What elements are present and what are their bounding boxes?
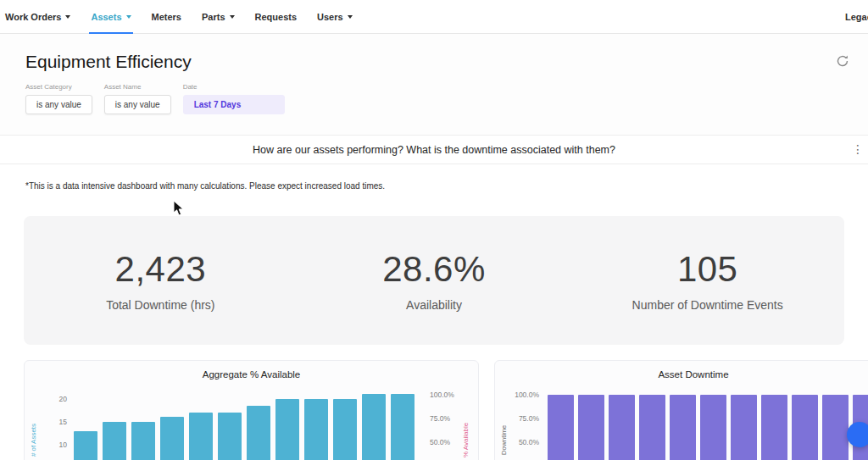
bar[interactable] <box>792 395 818 460</box>
axis-tick-label: 100.0% <box>515 391 539 399</box>
nav-tab-label: Legacy R <box>845 12 868 22</box>
chart-asset-downtime: Asset Downtime Downtime 100.0%75.0%50.0% <box>494 360 868 460</box>
kpi-value: 105 <box>570 249 844 290</box>
filter-bar: Asset Category is any value Asset Name i… <box>25 83 843 114</box>
bar[interactable] <box>761 395 787 460</box>
nav-tab-parts[interactable]: Parts <box>192 0 245 34</box>
axis-tick-label: 10 <box>59 441 67 449</box>
mouse-cursor <box>173 200 184 216</box>
nav-tab-label: Work Orders <box>5 12 61 22</box>
asset-category-filter-value[interactable]: is any value <box>25 95 92 114</box>
plot-area <box>74 390 416 460</box>
bar[interactable] <box>670 395 696 460</box>
axis-tick-label: 100.0% <box>430 391 454 399</box>
bar[interactable] <box>822 395 849 460</box>
bar[interactable] <box>160 417 184 460</box>
bar[interactable] <box>189 413 213 460</box>
bar[interactable] <box>333 399 357 460</box>
kpi-label: Availability <box>298 298 571 312</box>
bar[interactable] <box>609 395 635 460</box>
nav-tab-work-orders[interactable]: Work Orders <box>0 0 81 34</box>
y-axis-left: 201510 <box>47 390 69 460</box>
axis-tick-label: 20 <box>59 395 67 403</box>
kpi-label: Number of Downtime Events <box>570 298 844 312</box>
chart-plot-region: 100.0%75.0%50.0% <box>495 390 868 460</box>
plot-area <box>548 390 868 460</box>
filter-label: Date <box>183 83 285 91</box>
axis-tick-label: 75.0% <box>519 414 539 423</box>
bar[interactable] <box>362 394 386 460</box>
chart-aggregate-percent-available: Aggregate % Available # of Assets 201510… <box>24 360 479 460</box>
bar[interactable] <box>304 399 328 460</box>
dashboard-header: Equipment Efficiency Asset Category is a… <box>0 34 868 136</box>
nav-tab-label: Parts <box>202 12 225 22</box>
kpi-value: 2,423 <box>24 249 298 290</box>
bar[interactable] <box>74 431 97 460</box>
bar[interactable] <box>103 422 126 460</box>
chat-fab-button[interactable] <box>847 422 868 447</box>
asset-name-filter-value[interactable]: is any value <box>104 95 171 114</box>
refresh-icon <box>836 54 849 68</box>
bar[interactable] <box>391 394 415 460</box>
charts-row: Aggregate % Available # of Assets 201510… <box>0 360 868 460</box>
kpi-summary-card: 2,423 Total Downtime (hrs) 28.6% Availab… <box>24 216 844 345</box>
filter-label: Asset Category <box>25 83 92 91</box>
kpi-value: 28.6% <box>298 249 571 290</box>
filter-asset-category: Asset Category is any value <box>25 83 92 114</box>
filter-asset-name: Asset Name is any value <box>104 83 171 114</box>
axis-tick-label: 50.0% <box>430 438 450 446</box>
nav-tab-meters[interactable]: Meters <box>142 0 192 34</box>
filter-date: Date Last 7 Days <box>183 83 285 114</box>
chart-title: Aggregate % Available <box>25 369 478 380</box>
refresh-button[interactable] <box>834 53 851 69</box>
nav-tab-requests[interactable]: Requests <box>245 0 308 34</box>
y-axis-label-right: % Available <box>462 402 470 460</box>
nav-tab-legacy-reports[interactable]: Legacy R <box>835 0 868 34</box>
kebab-menu-icon[interactable]: ⋮ <box>851 142 865 156</box>
chevron-down-icon <box>348 15 353 19</box>
chart-plot-region: 201510 100.0%75.0%50.0% <box>25 390 478 460</box>
nav-tab-assets[interactable]: Assets <box>81 0 141 34</box>
nav-tab-label: Assets <box>91 12 121 22</box>
kpi-downtime-events: 105 Number of Downtime Events <box>570 249 844 312</box>
chevron-down-icon <box>230 15 235 19</box>
bar[interactable] <box>578 395 604 460</box>
bar[interactable] <box>218 413 242 460</box>
bar[interactable] <box>639 395 665 460</box>
dashboard-question: How are our assets performing? What is t… <box>253 144 615 156</box>
nav-tab-label: Users <box>317 12 343 22</box>
date-filter-value[interactable]: Last 7 Days <box>183 95 285 114</box>
top-nav: Work Orders Assets Meters Parts Requests… <box>0 0 868 34</box>
question-band: How are our assets performing? What is t… <box>0 136 868 164</box>
load-time-note: *This is a data intensive dashboard with… <box>25 181 843 191</box>
axis-tick-label: 15 <box>59 418 67 426</box>
kpi-availability: 28.6% Availability <box>298 249 571 312</box>
nav-tab-label: Requests <box>255 12 298 22</box>
chart-title: Asset Downtime <box>495 369 868 380</box>
kpi-total-downtime: 2,423 Total Downtime (hrs) <box>24 249 298 312</box>
bar[interactable] <box>247 406 270 460</box>
nav-tab-label: Meters <box>152 12 181 22</box>
nav-tab-users[interactable]: Users <box>307 0 363 34</box>
bar[interactable] <box>275 399 299 460</box>
filter-label: Asset Name <box>104 83 171 91</box>
kpi-label: Total Downtime (hrs) <box>24 298 298 312</box>
y-axis-left: 100.0%75.0%50.0% <box>507 390 541 460</box>
bar[interactable] <box>731 395 757 460</box>
bar[interactable] <box>131 422 155 460</box>
axis-tick-label: 75.0% <box>430 414 450 423</box>
axis-tick-label: 50.0% <box>519 438 539 446</box>
bar[interactable] <box>548 395 574 460</box>
chevron-down-icon <box>65 15 70 19</box>
page-title: Equipment Efficiency <box>25 52 843 72</box>
bar[interactable] <box>700 395 726 460</box>
chevron-down-icon <box>126 15 131 19</box>
